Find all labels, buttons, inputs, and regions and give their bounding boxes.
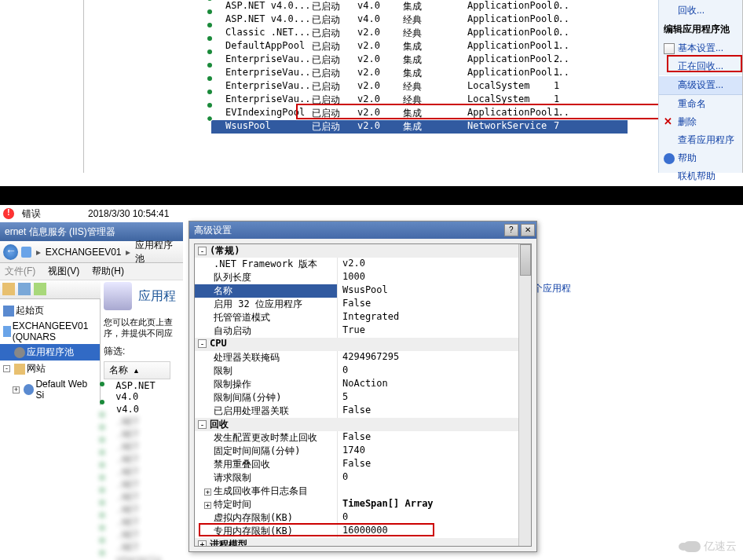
document-icon <box>664 43 675 54</box>
folder-icon[interactable] <box>2 283 15 295</box>
view-menu[interactable]: 视图(V) <box>48 265 79 278</box>
help-button[interactable]: ? <box>504 224 518 236</box>
prop-row[interactable]: 名称WsusPool <box>195 284 531 298</box>
action-item[interactable]: 联机帮助 <box>659 167 742 185</box>
pool-row[interactable]: Classic .NET...已启动v2.0 经典ApplicationPool… <box>211 27 628 40</box>
action-item[interactable]: 高级设置... <box>659 75 742 95</box>
pool-row[interactable]: EnterpriseVau...已启动v2.0 集成ApplicationPoo… <box>211 67 628 80</box>
gear-icon <box>104 479 115 490</box>
action-item[interactable]: 查看应用程序 <box>659 131 742 149</box>
tree-home[interactable]: 起始页 <box>0 302 100 319</box>
pool-row[interactable]: WsusPool已启动v2.0 集成NetworkService7 <box>211 120 628 134</box>
pool-row[interactable]: EVIndexingPool已启动v2.0 集成ApplicationPool.… <box>211 107 628 120</box>
expander-icon[interactable]: - <box>3 365 10 372</box>
pool-icon <box>14 347 25 358</box>
pool-mini-row[interactable]: .NET <box>104 441 180 453</box>
prop-row[interactable]: 专用内存限制(KB)16000000 <box>195 525 531 538</box>
prop-row[interactable]: 限制0 <box>195 364 531 378</box>
prop-row[interactable]: 禁用重叠回收False <box>195 458 531 471</box>
expander-icon[interactable]: - <box>198 247 207 255</box>
chevron-right-icon: ▸ <box>35 247 42 258</box>
pool-mini-row[interactable]: .NET <box>104 541 180 554</box>
pool-row[interactable]: EnterpriseVau...已启动v2.0 经典LocalSystem1 <box>211 80 628 93</box>
expander-icon[interactable]: - <box>198 339 207 348</box>
prop-category[interactable]: -回收 <box>195 418 531 431</box>
gear-icon <box>211 13 224 26</box>
scroll-thumb[interactable] <box>520 244 531 276</box>
action-recycle[interactable]: 回收... <box>659 2 742 20</box>
pool-mini-row[interactable]: .NET <box>104 516 180 529</box>
prop-row[interactable]: +特定时间TimeSpan[] Array <box>195 498 531 511</box>
tree-sites[interactable]: -网站 <box>0 361 100 377</box>
scrollbar[interactable] <box>518 244 531 546</box>
prop-category[interactable]: -(常规) <box>195 244 531 258</box>
prop-row[interactable]: 托管管道模式Integrated <box>195 311 531 324</box>
expander-icon[interactable]: + <box>198 540 207 547</box>
server-icon <box>3 326 11 337</box>
connections-tree[interactable]: 起始页 EXCHANGEEV01 (QUNARS 应用程序池 -网站 +Defa… <box>0 299 101 405</box>
expander-icon[interactable]: - <box>198 420 207 429</box>
action-item[interactable]: 帮助 <box>659 149 742 167</box>
pool-mini-row[interactable]: nterpris <box>104 554 180 560</box>
close-button[interactable]: ✕ <box>521 224 535 236</box>
action-item[interactable]: 正在回收... <box>659 57 742 75</box>
column-header-name[interactable]: 名称 ▲ <box>104 361 170 379</box>
action-item[interactable]: ✕删除 <box>659 113 742 131</box>
prop-row[interactable]: 虚拟内存限制(KB)0 <box>195 511 531 525</box>
back-button[interactable] <box>3 244 18 260</box>
property-grid[interactable]: -(常规).NET Framework 版本v2.0队列长度1000名称Wsus… <box>194 243 532 547</box>
action-item[interactable]: 基本设置... <box>659 39 742 57</box>
prop-row[interactable]: 已启用处理器关联False <box>195 404 531 418</box>
tree-default-site[interactable]: +Default Web Si <box>0 377 100 402</box>
prop-row[interactable]: 固定时间间隔(分钟)1740 <box>195 445 531 458</box>
breadcrumb[interactable]: ▸ EXCHANGEEV01 ▸ 应用程序池 <box>0 241 183 263</box>
pool-mini-row[interactable]: .NET <box>104 503 180 516</box>
pool-mini-row[interactable]: .NET <box>104 466 180 478</box>
prop-row[interactable]: 自动启动True <box>195 324 531 338</box>
prop-row[interactable]: 队列长度1000 <box>195 271 531 284</box>
prop-row[interactable]: 限制间隔(分钟)5 <box>195 391 531 404</box>
prop-category[interactable]: -CPU <box>195 338 531 351</box>
gear-icon <box>104 555 115 560</box>
expander-icon[interactable]: + <box>13 386 20 393</box>
right-hint: 个应用程 <box>530 279 577 298</box>
app-pool-list[interactable]: ASP.NET v4.0...已启动v4.0 集成ApplicationPool… <box>211 0 628 134</box>
pool-row[interactable]: ASP.NET v4.0...已启动v4.0 经典ApplicationPool… <box>211 13 628 27</box>
tree-app-pools[interactable]: 应用程序池 <box>0 344 100 361</box>
prop-row[interactable]: 启用 32 位应用程序False <box>195 298 531 311</box>
gear-icon <box>104 429 115 440</box>
bc-server[interactable]: EXCHANGEEV01 <box>46 247 122 258</box>
pool-row[interactable]: ASP.NET v4.0...已启动v4.0 集成ApplicationPool… <box>211 0 628 13</box>
prop-row[interactable]: 限制操作NoAction <box>195 378 531 391</box>
gear-icon <box>104 492 115 503</box>
tree-server[interactable]: EXCHANGEEV01 (QUNARS <box>0 319 100 344</box>
gear-icon <box>211 93 224 106</box>
pool-row[interactable]: EnterpriseVau...已启动v2.0 经典LocalSystem1 <box>211 93 628 107</box>
dialog-title: 高级设置 <box>194 224 232 237</box>
pool-mini-row[interactable]: .NET <box>104 491 180 503</box>
pool-row[interactable]: DefaultAppPool已启动v2.0 集成ApplicationPool.… <box>211 40 628 53</box>
pool-mini-row[interactable]: ASP.NET v4.0 <box>104 379 180 403</box>
gear-icon <box>104 517 115 528</box>
pool-mini-row[interactable]: .NET <box>104 428 180 441</box>
pool-mini-row[interactable]: .NET <box>104 529 180 541</box>
filter-row: 筛选: <box>104 345 180 358</box>
action-item[interactable]: 重命名 <box>659 95 742 113</box>
refresh-icon[interactable] <box>34 283 46 295</box>
prop-row[interactable]: 处理器关联掩码4294967295 <box>195 351 531 364</box>
help-menu[interactable]: 帮助(H) <box>92 265 124 278</box>
menu-bar: 文件(F) 视图(V) 帮助(H) <box>0 263 183 280</box>
prop-row[interactable]: +生成回收事件日志条目 <box>195 485 531 498</box>
bc-node[interactable]: 应用程序池 <box>135 239 180 265</box>
prop-row[interactable]: 发生配置更改时禁止回收False <box>195 431 531 445</box>
pool-mini-row[interactable]: .NET <box>104 453 180 466</box>
list-icon[interactable] <box>18 283 31 295</box>
pool-mini-row[interactable]: .NET <box>104 415 180 428</box>
dialog-titlebar[interactable]: 高级设置 ? ✕ <box>189 221 536 239</box>
prop-row[interactable]: .NET Framework 版本v2.0 <box>195 258 531 271</box>
prop-row[interactable]: 请求限制0 <box>195 471 531 485</box>
prop-category[interactable]: +进程模型 <box>195 538 531 547</box>
pool-mini-row[interactable]: .NET <box>104 478 180 491</box>
pool-mini-row[interactable]: v4.0 <box>104 403 180 415</box>
pool-row[interactable]: EnterpriseVau...已启动v2.0 集成ApplicationPoo… <box>211 53 628 67</box>
